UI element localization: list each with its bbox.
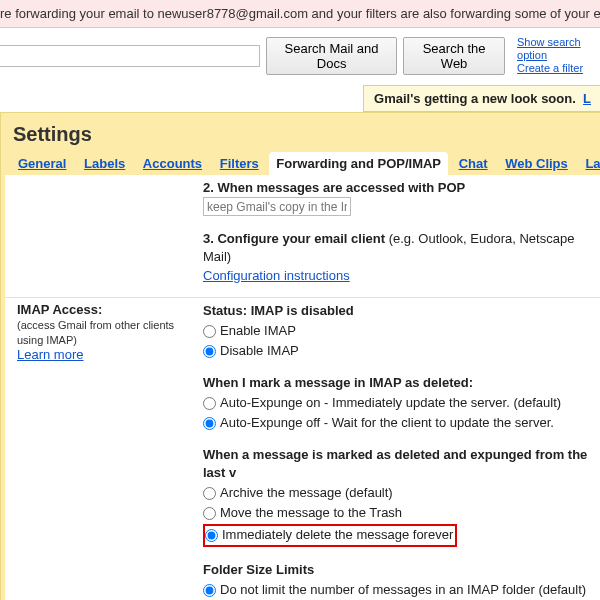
search-input[interactable] xyxy=(0,45,260,67)
tab-general[interactable]: General xyxy=(18,156,66,171)
pop-config-link[interactable]: Configuration instructions xyxy=(203,268,350,283)
archive-radio[interactable] xyxy=(203,487,216,500)
enable-imap-radio[interactable] xyxy=(203,325,216,338)
new-look-banner: Gmail's getting a new look soon. L xyxy=(363,85,600,112)
tab-filters[interactable]: Filters xyxy=(220,156,259,171)
imap-section: IMAP Access: (access Gmail from other cl… xyxy=(5,298,600,600)
no-limit-radio[interactable] xyxy=(203,584,216,597)
pop-step3-label: 3. Configure your email client xyxy=(203,231,385,246)
pop-step2-label: 2. When messages are accessed with POP xyxy=(203,180,465,195)
pop-action-select[interactable] xyxy=(203,197,351,216)
imap-title: IMAP Access: xyxy=(17,302,102,317)
disable-imap-radio[interactable] xyxy=(203,345,216,358)
tab-accounts[interactable]: Accounts xyxy=(143,156,202,171)
page-title: Settings xyxy=(5,113,600,152)
settings-tabs: General Labels Accounts Filters Forwardi… xyxy=(5,152,600,175)
imap-expunged-heading: When a message is marked as deleted and … xyxy=(203,447,587,480)
imap-status: Status: IMAP is disabled xyxy=(203,303,354,318)
pop-section: 2. When messages are accessed with POP 3… xyxy=(5,175,600,298)
tab-chat[interactable]: Chat xyxy=(459,156,488,171)
create-filter-link[interactable]: Create a filter xyxy=(517,62,600,75)
tab-forwarding[interactable]: Forwarding and POP/IMAP xyxy=(269,152,448,175)
forwarding-notice: re forwarding your email to newuser8778@… xyxy=(0,0,600,28)
folder-limits-heading: Folder Size Limits xyxy=(203,562,314,577)
show-search-options-link[interactable]: Show search option xyxy=(517,36,600,62)
new-look-link[interactable]: L xyxy=(583,91,591,106)
tab-labs[interactable]: Labs xyxy=(585,156,600,171)
imap-desc: (access Gmail from other clients using I… xyxy=(17,319,174,346)
search-mail-button[interactable]: Search Mail and Docs xyxy=(266,37,397,75)
tab-web-clips[interactable]: Web Clips xyxy=(505,156,568,171)
move-trash-radio[interactable] xyxy=(203,507,216,520)
auto-expunge-off-radio[interactable] xyxy=(203,417,216,430)
search-bar: Search Mail and Docs Search the Web Show… xyxy=(0,28,600,85)
imap-deleted-heading: When I mark a message in IMAP as deleted… xyxy=(203,375,473,390)
tab-labels[interactable]: Labels xyxy=(84,156,125,171)
search-web-button[interactable]: Search the Web xyxy=(403,37,505,75)
delete-forever-radio[interactable] xyxy=(205,529,218,542)
auto-expunge-on-radio[interactable] xyxy=(203,397,216,410)
imap-learn-more-link[interactable]: Learn more xyxy=(17,347,83,362)
